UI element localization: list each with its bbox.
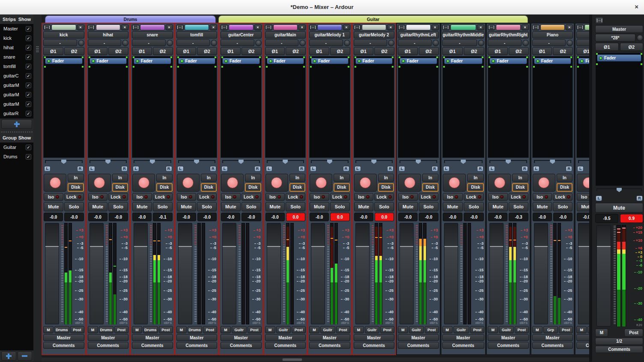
record-arm-button[interactable] bbox=[533, 174, 555, 192]
monitor-input-button[interactable]: In bbox=[378, 174, 394, 182]
record-arm-button[interactable] bbox=[310, 174, 332, 192]
comments-button[interactable]: Comments bbox=[398, 342, 439, 349]
panner-handle[interactable] bbox=[194, 160, 199, 164]
gain-display[interactable]: -0.0 bbox=[533, 213, 552, 221]
phase-2-button[interactable]: Ø2 bbox=[197, 47, 217, 55]
output-button[interactable]: Master bbox=[488, 334, 529, 341]
fader-handle[interactable] bbox=[311, 246, 325, 247]
meter-point-button[interactable]: Post bbox=[559, 326, 573, 333]
processor-box[interactable]: Fader bbox=[43, 56, 84, 158]
pan-left-button[interactable]: L bbox=[177, 166, 184, 172]
peak-display[interactable]: 0.0 bbox=[286, 213, 305, 221]
phase-1-button[interactable]: Ø1 bbox=[132, 47, 152, 55]
phase-2-button[interactable]: Ø2 bbox=[330, 47, 350, 55]
fader-processor[interactable]: Fader bbox=[45, 58, 83, 64]
mute-button[interactable]: Mute bbox=[577, 202, 589, 211]
processor-box[interactable]: Fader bbox=[265, 56, 306, 158]
panner-handle[interactable] bbox=[506, 160, 511, 164]
metering-button[interactable]: M bbox=[88, 326, 98, 333]
strip-color-bar[interactable] bbox=[96, 24, 121, 30]
solo-button[interactable]: Solo bbox=[509, 202, 528, 211]
strip-hide-button[interactable]: × bbox=[121, 24, 128, 30]
solo-isolate-button[interactable]: Iso bbox=[488, 193, 508, 201]
solo-button[interactable]: Solo bbox=[153, 202, 173, 211]
channel-fader[interactable] bbox=[178, 223, 192, 324]
pan-left-button[interactable]: L bbox=[443, 166, 450, 172]
pan-left-button[interactable]: L bbox=[489, 166, 495, 172]
strip-color-bar[interactable] bbox=[273, 24, 298, 30]
horizontal-scrollbar[interactable] bbox=[42, 357, 589, 362]
comments-button[interactable]: Comments bbox=[176, 342, 218, 349]
comments-button[interactable]: Comments bbox=[43, 342, 84, 349]
pan-left-button[interactable]: L bbox=[44, 166, 51, 172]
trim-knob[interactable] bbox=[432, 40, 439, 46]
processor-active-led-icon[interactable] bbox=[402, 59, 405, 63]
sidebar-group-guitar[interactable]: Guitar✓ bbox=[0, 142, 33, 152]
mute-button[interactable]: Mute bbox=[595, 203, 643, 213]
solo-isolate-button[interactable]: Iso bbox=[310, 193, 329, 201]
channel-fader[interactable] bbox=[578, 223, 589, 324]
fader-handle[interactable] bbox=[223, 246, 236, 247]
solo-button[interactable]: Solo bbox=[553, 202, 572, 211]
panner-handle[interactable] bbox=[461, 160, 466, 164]
metering-button[interactable]: M bbox=[309, 326, 319, 333]
channel-fader[interactable] bbox=[489, 223, 504, 324]
fader-processor[interactable]: Fader bbox=[597, 54, 641, 62]
show-checkbox[interactable]: ✓ bbox=[26, 145, 31, 150]
strip-width-toggle[interactable]: ↔ bbox=[265, 24, 272, 30]
strip-width-toggle[interactable]: ↔ bbox=[442, 24, 450, 30]
channel-fader[interactable] bbox=[355, 223, 370, 324]
gain-display[interactable]: -0.0 bbox=[132, 213, 152, 221]
phase-1-button[interactable]: Ø1 bbox=[488, 47, 508, 55]
pane-splitter[interactable] bbox=[33, 15, 42, 362]
channel-fader[interactable] bbox=[45, 223, 59, 324]
solo-lock-button[interactable]: Lock bbox=[464, 193, 484, 201]
phase-1-button[interactable]: Ø1 bbox=[398, 47, 418, 55]
stereo-panner[interactable]: L R bbox=[265, 159, 306, 172]
pan-right-button[interactable]: R bbox=[432, 166, 438, 172]
sidebar-strip-kick[interactable]: kick✓ bbox=[0, 33, 33, 43]
solo-isolate-button[interactable]: Iso bbox=[533, 193, 552, 201]
trim-knob[interactable] bbox=[522, 40, 529, 46]
peak-display[interactable]: -0.0 bbox=[464, 213, 484, 221]
solo-isolate-button[interactable]: Iso bbox=[177, 193, 197, 201]
strip-width-toggle[interactable]: ↔ bbox=[88, 24, 95, 30]
strip-width-toggle[interactable]: ↔ bbox=[309, 24, 316, 30]
show-checkbox[interactable]: ✓ bbox=[26, 154, 31, 160]
meter-point-button[interactable]: Post bbox=[470, 326, 484, 333]
solo-lock-button[interactable]: Lock bbox=[374, 193, 394, 201]
comments-button[interactable]: Comments bbox=[488, 342, 529, 349]
solo-lock-button[interactable]: Lock bbox=[553, 193, 572, 201]
meter-point-button[interactable]: Post bbox=[114, 326, 128, 333]
pan-right-button[interactable]: R bbox=[254, 166, 261, 172]
meter-point-button[interactable]: Post bbox=[292, 326, 306, 333]
solo-lock-button[interactable]: Lock bbox=[64, 193, 84, 201]
group-button[interactable]: Drums bbox=[99, 326, 114, 333]
output-button[interactable]: Master bbox=[532, 334, 573, 341]
solo-isolate-button[interactable]: Iso bbox=[443, 193, 463, 201]
solo-isolate-button[interactable]: Iso bbox=[44, 193, 63, 201]
phase-2-button[interactable]: Ø2 bbox=[374, 47, 394, 55]
fader-processor[interactable]: Fader bbox=[267, 58, 304, 64]
group-button[interactable]: Guitr bbox=[499, 326, 514, 333]
processor-box[interactable]: Fader bbox=[488, 56, 529, 158]
solo-isolate-button[interactable]: Iso bbox=[577, 193, 589, 201]
processor-box[interactable]: Fader bbox=[309, 56, 350, 158]
phase-1-button[interactable]: Ø1 bbox=[595, 43, 619, 51]
strip-color-bar[interactable] bbox=[540, 24, 565, 30]
phase-1-button[interactable]: Ø1 bbox=[309, 47, 329, 55]
monitor-input-button[interactable]: In bbox=[245, 174, 261, 182]
metering-button[interactable]: M bbox=[532, 326, 543, 333]
solo-isolate-button[interactable]: Iso bbox=[221, 193, 241, 201]
gain-display[interactable]: -0.0 bbox=[265, 213, 285, 221]
fader-handle[interactable] bbox=[179, 246, 192, 247]
strip-color-bar[interactable] bbox=[496, 24, 521, 30]
gain-display[interactable]: -0.0 bbox=[310, 213, 329, 221]
window-close-icon[interactable]: × bbox=[635, 3, 638, 10]
input-button[interactable]: - bbox=[221, 39, 254, 46]
show-checkbox[interactable]: ✓ bbox=[26, 111, 31, 116]
solo-button[interactable]: Solo bbox=[242, 202, 261, 211]
fader-handle[interactable] bbox=[534, 246, 548, 247]
pan-left-button[interactable]: L bbox=[266, 166, 272, 172]
metering-button[interactable]: M bbox=[576, 326, 587, 333]
